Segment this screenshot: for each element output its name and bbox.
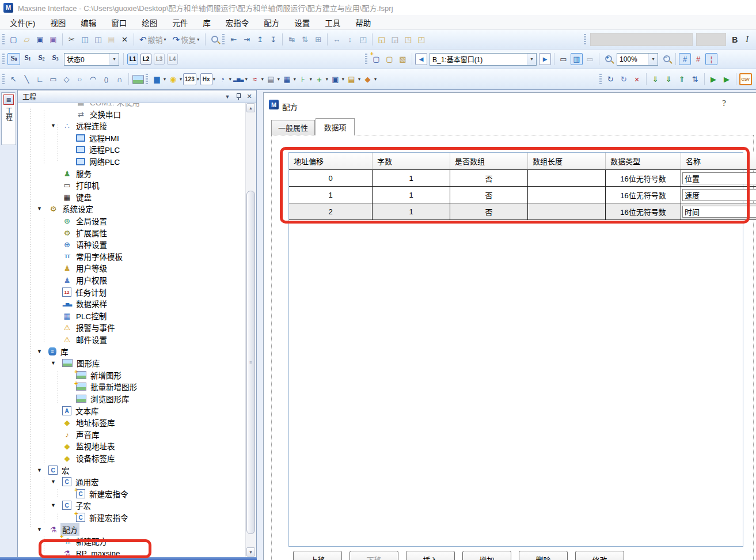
tree-item-remote-hmi[interactable]: 远程HMI <box>18 132 121 143</box>
tree-item-serial-swap[interactable]: ⇄交换串口 <box>18 108 123 120</box>
polyline-tool-icon[interactable]: ∟ <box>34 73 46 85</box>
upload-icon[interactable]: ⇑ <box>676 73 688 85</box>
tree-item-new-macro[interactable]: C+新建宏指令 <box>18 488 130 500</box>
distribute-h-icon[interactable]: ⊞ <box>312 33 324 46</box>
same-height-icon[interactable]: ↕ <box>344 33 356 46</box>
column-header-5[interactable]: 名称 <box>681 153 756 170</box>
new-window-icon[interactable]: ▢+ <box>370 53 382 65</box>
paste-icon[interactable]: ▤ <box>105 33 117 46</box>
column-header-4[interactable]: 数据类型 <box>606 153 681 170</box>
tree-item-device-tag-library[interactable]: ◆设备标签库 <box>18 452 117 464</box>
tree-item-language-settings[interactable]: ⊕语种设置 <box>18 239 109 250</box>
dialog-button-4[interactable]: 删除 <box>519 551 568 560</box>
tree-item-remote-plc[interactable]: 远程PLC <box>18 143 121 155</box>
dialog-button-3[interactable]: 增加 <box>462 551 511 560</box>
cut-icon[interactable]: ✂ <box>66 33 78 46</box>
same-width-icon[interactable]: ↔ <box>330 33 343 46</box>
scroll-thumb[interactable]: ≡ <box>246 191 255 534</box>
menu-item-4[interactable]: 绘图 <box>134 15 165 30</box>
move-component-icon[interactable]: + <box>313 73 325 85</box>
layer4-button[interactable]: L4 <box>167 54 178 65</box>
scroll-down-arrow[interactable]: ▼ <box>246 547 255 557</box>
delete-window-icon[interactable]: ▢ <box>383 53 396 65</box>
tree-item-com-port[interactable]: ▤COM1: 未使用 <box>18 103 142 108</box>
numeric-component-icon[interactable]: 123 <box>183 73 196 85</box>
tree-item-plc-control[interactable]: ▦PLC控制 <box>18 310 108 321</box>
toolbar-grip[interactable] <box>365 54 367 65</box>
window-insert-icon[interactable]: ▭ <box>584 53 596 65</box>
tree-item-network-plc[interactable]: 网络PLC <box>18 156 121 167</box>
basic-window-icon[interactable]: ▭ <box>557 53 569 65</box>
column-header-1[interactable]: 字数 <box>373 153 450 170</box>
save-icon[interactable]: ▣ <box>34 33 46 46</box>
tree-expander-icon[interactable]: ▼ <box>51 360 62 366</box>
snap-line-icon[interactable]: ¦ <box>705 53 717 65</box>
bargraph-component-icon[interactable]: ▂▅▃ <box>233 73 245 85</box>
dialog-button-1[interactable]: 下移 <box>349 551 398 560</box>
column-header-0[interactable]: 地址偏移 <box>289 153 373 170</box>
lamp-component-icon[interactable]: ◉ <box>167 73 179 85</box>
rect-tool-icon[interactable]: ▭ <box>47 73 59 85</box>
zoom-in-icon[interactable]: + <box>602 53 614 65</box>
toolbar-grip[interactable] <box>146 74 148 85</box>
state1-button[interactable]: S1 <box>21 53 34 65</box>
tree-item-browse-graphics-library[interactable]: 浏览图形库 <box>18 393 131 404</box>
menu-item-9[interactable]: 设置 <box>287 15 317 30</box>
table-row-2[interactable]: 21否16位无符号数 <box>289 203 756 220</box>
align-hcenter-icon[interactable]: ↹ <box>286 33 298 46</box>
tree-item-monitor-address-table[interactable]: ◆监视地址表 <box>18 440 117 452</box>
tree-item-recipe[interactable]: ▼⚗配方 <box>18 524 79 535</box>
tree-item-add-graphic[interactable]: +新增图形 <box>18 369 123 381</box>
column-header-3[interactable]: 数组长度 <box>528 153 606 170</box>
window-combo[interactable]: B_1:基本窗口(1)▾ <box>430 53 537 66</box>
name-input-1[interactable] <box>682 189 756 201</box>
new-file-icon[interactable]: ▢ <box>7 33 20 46</box>
lens-tool-icon[interactable]: () <box>100 73 112 85</box>
clear-compile-icon[interactable]: × <box>631 73 643 85</box>
dialog-button-5[interactable]: 修改 <box>575 551 624 560</box>
copy-icon[interactable]: ◫ <box>79 33 91 46</box>
tree-item-general-macro[interactable]: ▼C通用宏 <box>18 476 101 487</box>
state-combo[interactable]: 状态0▾ <box>64 53 119 66</box>
layer1-button[interactable]: L1 <box>127 54 138 65</box>
bring-to-front-icon[interactable]: ◱ <box>375 33 388 46</box>
toolbar-grip[interactable] <box>2 74 5 85</box>
tree-item-user-level[interactable]: ♟用户等级 <box>18 262 109 274</box>
find-icon[interactable] <box>208 33 221 46</box>
tree-expander-icon[interactable]: ▼ <box>51 123 62 128</box>
panel-close-icon[interactable]: ✕ <box>245 92 254 101</box>
name-input-0[interactable] <box>682 172 756 184</box>
align-vcenter-icon[interactable]: ⇅ <box>299 33 311 46</box>
window-properties-icon[interactable]: ▧ <box>397 53 409 65</box>
dialog-button-2[interactable]: 插入 <box>406 551 455 560</box>
download-usb-icon[interactable]: ⇓ <box>663 73 675 85</box>
align-top-icon[interactable]: ↥ <box>254 33 266 46</box>
tree-item-printer[interactable]: ▭打印机 <box>18 179 101 191</box>
align-left-icon[interactable]: ⇤ <box>227 33 240 46</box>
tree-item-global-settings[interactable]: ⊕全局设置 <box>18 215 109 226</box>
italic-button[interactable]: I <box>746 35 749 44</box>
toolbar-grip[interactable] <box>584 34 586 46</box>
touch-component-icon[interactable]: ◆ <box>362 73 374 85</box>
tree-item-new-recipe[interactable]: ⚗+新建配方 <box>18 535 109 547</box>
scroll-up-arrow[interactable]: ▲ <box>246 103 255 112</box>
grid-icon[interactable]: # <box>679 53 691 65</box>
compile-all-icon[interactable]: ↻ <box>618 73 630 85</box>
zoom-combo[interactable]: 100%▾ <box>617 53 658 66</box>
tree-expander-icon[interactable]: ▼ <box>37 527 48 532</box>
tree-item-user-permission[interactable]: ♟用户权限 <box>18 274 109 286</box>
prev-window-icon[interactable]: ◀ <box>415 53 427 65</box>
compile-icon[interactable]: ↻ <box>605 73 617 85</box>
tab-general-properties[interactable]: 一般属性 <box>271 120 315 135</box>
tree-item-graphics-library[interactable]: ▼图形库 <box>18 357 102 369</box>
alarm-component-icon[interactable]: ▤ <box>345 73 358 85</box>
menu-item-5[interactable]: 元件 <box>165 15 195 30</box>
panel-menu-icon[interactable]: ▼ <box>223 92 232 101</box>
state2-button[interactable]: S2 <box>35 53 48 65</box>
scale-component-icon[interactable]: ▤ <box>265 73 277 85</box>
window-component-icon[interactable]: ▣ <box>329 73 341 85</box>
toolbar-grip[interactable] <box>222 34 225 46</box>
dome-tool-icon[interactable]: ∩ <box>113 73 126 85</box>
tree-item-task-schedule[interactable]: 12任务计划 <box>18 286 108 298</box>
menu-item-8[interactable]: 配方 <box>256 15 287 30</box>
